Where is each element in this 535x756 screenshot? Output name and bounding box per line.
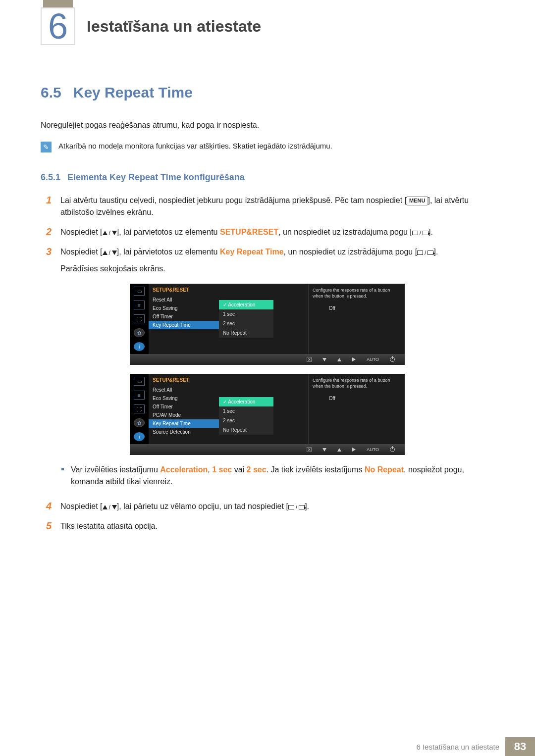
chapter-number-box: 6 [41,7,75,45]
osd-option-no-repeat: No Repeat [219,328,273,338]
gear-icon: ✿ [134,328,145,337]
step-body: Nospiediet [/], lai pārietu uz vēlamo op… [60,501,494,512]
resize-icon: ⛶ [134,404,145,413]
up-down-icon: / [103,249,117,257]
source-enter-icon: / [288,503,305,512]
osd-option-1sec: 1 sec [219,309,273,319]
osd-screenshot-1: ▭ ≡ ⛶ ✿ i SETUP&RESET Reset All Eco Savi… [130,284,494,365]
osd-title: SETUP&RESET [149,286,219,296]
power-icon [390,357,395,362]
osd-dropdown-col: Acceleration 1 sec 2 sec No Repeat [219,374,308,444]
resize-icon: ⛶ [134,314,145,323]
two-sec-highlight: 2 sec [247,465,267,474]
list-icon: ≡ [134,301,145,309]
right-icon [352,357,356,361]
step-3: 3 Nospiediet [/], lai pārvietotos uz ele… [41,246,494,275]
list-icon: ≡ [134,391,145,400]
osd-item-eco-saving: Eco SavingOff [149,394,219,403]
osd-title: SETUP&RESET [149,376,219,386]
step-number: 4 [41,501,52,512]
one-sec-highlight: 1 sec [212,465,232,474]
note-row: ✎ Atkarībā no modeļa monitora funkcijas … [41,142,494,152]
subsection-title: Elementa Key Repeat Time konfigurēšana [67,172,245,182]
chapter-title: Iestatīšana un atiestate [87,17,261,36]
note-text: Atkarībā no modeļa monitora funkcijas va… [58,142,494,150]
osd-item-key-repeat-time: Key Repeat Time [149,419,219,428]
step-number: 5 [41,520,52,532]
osd-option-2sec: 2 sec [219,416,273,425]
note-icon: ✎ [41,142,52,152]
monitor-icon: ▭ [134,377,145,386]
osd-sidebar: ▭ ≡ ⛶ ✿ i [130,374,149,444]
bullet-icon [61,468,64,470]
section-number: 6.5 [41,84,61,101]
osd-tooltip: Configure the response rate of a button … [308,284,405,354]
step-body: Nospiediet [/], lai pārvietotos uz eleme… [60,226,494,238]
close-icon: ✕ [307,357,312,362]
osd-dropdown-col: Acceleration 1 sec 2 sec No Repeat [219,284,308,354]
section-intro: Noregulējiet pogas reaģēšanas ātrumu, ka… [41,121,494,130]
osd-dropdown: Acceleration 1 sec 2 sec No Repeat [219,397,273,435]
up-down-icon: / [103,229,117,238]
key-repeat-highlight: Key Repeat Time [220,248,284,256]
osd-tooltip: Configure the response rate of a button … [308,374,405,444]
osd-nav-bar: ✕ AUTO [130,444,405,455]
down-icon [322,358,326,361]
step-number: 1 [41,195,52,218]
osd-menu-list: SETUP&RESET Reset All Eco SavingOff Off … [149,284,219,354]
step-1: 1 Lai atvērtu taustiņu ceļvedi, nospiedi… [41,195,494,218]
osd-item-key-repeat-time: Key Repeat Time [149,321,219,329]
step-3-note: Parādīsies sekojošais ekrāns. [60,263,494,275]
step-number: 3 [41,246,52,275]
up-icon [337,358,341,361]
osd-option-no-repeat: No Repeat [219,425,273,435]
power-icon [390,447,395,452]
osd-option-2sec: 2 sec [219,319,273,328]
osd-nav-bar: ✕ AUTO [130,354,405,365]
no-repeat-highlight: No Repeat [365,465,404,474]
osd-item-off-timer: Off Timer [149,403,219,411]
osd-sidebar: ▭ ≡ ⛶ ✿ i [130,284,149,354]
step-body: Lai atvērtu taustiņu ceļvedi, nospiediet… [60,195,494,218]
options-bullet: Var izvēlēties iestatījumu Acceleration,… [61,464,494,488]
osd-item-pc-av-mode: PC/AV Mode [149,411,219,419]
step-2: 2 Nospiediet [/], lai pārvietotos uz ele… [41,226,494,238]
footer-chapter-ref: 6 Iestatīšana un atiestate [410,737,505,756]
osd-item-reset-all: Reset All [149,296,219,304]
gear-icon: ✿ [134,418,145,427]
osd-item-eco-saving: Eco SavingOff [149,304,219,312]
up-icon [337,448,341,452]
page-content: 6.5Key Repeat Time Noregulējiet pogas re… [41,84,494,540]
subsection-number: 6.5.1 [41,172,60,182]
step-5: 5 Tiks iestatīta atlasītā opcija. [41,520,494,532]
osd-screenshot-2: ▭ ≡ ⛶ ✿ i SETUP&RESET Reset All Eco Savi… [130,374,494,455]
osd-option-1sec: 1 sec [219,406,273,416]
right-icon [352,448,356,452]
acceleration-highlight: Acceleration [160,465,208,474]
close-icon: ✕ [307,447,312,452]
up-down-icon: / [103,503,117,512]
step-number: 2 [41,226,52,238]
auto-label: AUTO [367,447,379,452]
source-enter-icon: / [417,249,433,257]
chapter-number: 6 [48,6,68,47]
info-icon: i [134,342,145,351]
osd-option-acceleration: Acceleration [219,397,273,406]
osd-menu-list: SETUP&RESET Reset All Eco SavingOff Off … [149,374,219,444]
section-heading: 6.5Key Repeat Time [41,84,494,101]
footer-page-number: 83 [505,737,535,756]
step-body: Tiks iestatīta atlasītā opcija. [60,520,494,532]
osd-dropdown: Acceleration 1 sec 2 sec No Repeat [219,300,273,338]
page-footer: 6 Iestatīšana un atiestate 83 [0,737,535,756]
source-enter-icon: / [412,229,428,238]
down-icon [322,448,326,452]
osd-item-source-detection: Source Detection [149,428,219,436]
setup-reset-highlight: SETUP&RESET [220,228,278,236]
section-title: Key Repeat Time [73,84,193,101]
step-4: 4 Nospiediet [/], lai pārietu uz vēlamo … [41,501,494,512]
menu-button-label: MENU [407,196,428,205]
step-body: Nospiediet [/], lai pārvietotos uz eleme… [60,246,494,275]
osd-item-reset-all: Reset All [149,386,219,394]
chapter-header: 6 Iestatīšana un atiestate [0,0,535,57]
info-icon: i [134,432,145,441]
